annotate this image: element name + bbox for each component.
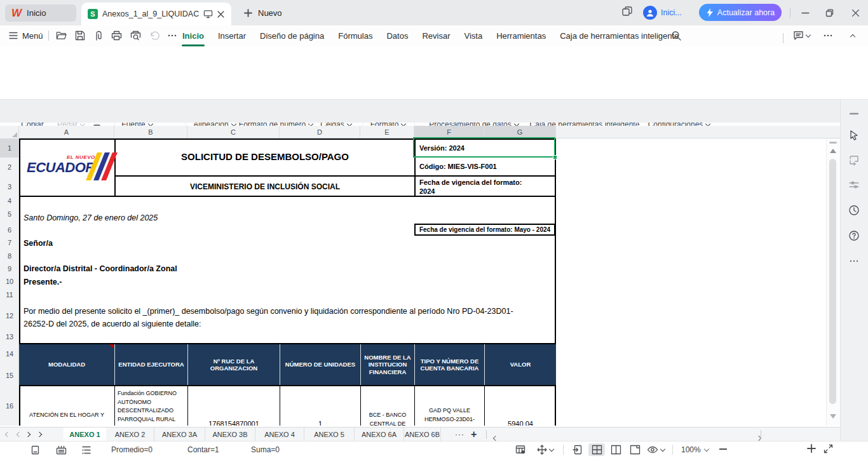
main-menu-button[interactable]: Menú (9, 25, 43, 46)
next-sheet-icon[interactable] (27, 432, 32, 437)
table-cell-cuenta[interactable]: GAD PQ VALLE HERMOSO-23D01- (414, 386, 484, 426)
row-header-16[interactable]: 16 (0, 386, 19, 426)
table-cell-modalidad[interactable]: ATENCIÓN EN EL HOGAR Y (19, 386, 114, 426)
window-switcher-icon[interactable] (621, 6, 633, 17)
monitor-icon[interactable] (203, 10, 213, 18)
view-split-icon[interactable] (607, 443, 624, 456)
menu-item-1[interactable]: Insertar (211, 26, 253, 46)
column-header-F[interactable]: F (414, 126, 484, 138)
minimize-button[interactable] (796, 3, 815, 22)
table-cell-valor[interactable]: 5940.04 (484, 386, 556, 426)
last-sheet-icon[interactable] (38, 432, 43, 437)
menu-item-8[interactable]: Caja de herramientas inteligente (553, 26, 686, 46)
table-cell-unidades[interactable]: 1 (280, 386, 360, 426)
cell-mode-icon[interactable] (31, 445, 40, 455)
reading-mode-button[interactable] (647, 443, 665, 456)
table-cell-entidad[interactable]: Fundación GOBIERNO AUTÓNOMO DESCENTRALIZ… (114, 386, 187, 426)
row-header-5[interactable]: 5 (0, 205, 19, 224)
restore-button[interactable] (820, 3, 839, 22)
zoom-level-button[interactable]: 100% (681, 443, 709, 456)
fill-handle[interactable] (553, 155, 557, 159)
save-icon[interactable] (75, 30, 85, 41)
add-sheet-button[interactable]: + (471, 429, 477, 440)
sheet-tab-7[interactable]: ANEXO 6B (404, 428, 441, 441)
row-header-4[interactable]: 4 (0, 197, 19, 205)
column-header-G[interactable]: G (484, 126, 556, 138)
menu-item-5[interactable]: Revisar (415, 26, 457, 46)
view-page-break-icon[interactable] (627, 443, 643, 456)
zoom-out-icon[interactable] (719, 448, 727, 450)
sheet-tab-1[interactable]: ANEXO 2 (106, 428, 154, 441)
row-header-10[interactable]: 10 (0, 275, 19, 288)
column-header-B[interactable]: B (114, 126, 187, 138)
table-cell-institucion[interactable]: BCE - BANCO CENTRAL DE (360, 386, 414, 426)
account-button[interactable]: Inici... (643, 6, 685, 20)
hscroll-left-icon[interactable] (492, 436, 497, 441)
sheet-tab-3[interactable]: ANEXO 3B (205, 428, 255, 441)
cursor-select-icon[interactable] (847, 128, 861, 142)
column-header-A[interactable]: A (19, 126, 114, 138)
view-normal-icon[interactable] (569, 443, 586, 456)
menu-item-7[interactable]: Herramientas (489, 26, 553, 46)
pan-mode-button[interactable] (537, 443, 554, 456)
table-tools-icon[interactable] (512, 443, 529, 456)
close-document-icon[interactable] (217, 11, 224, 18)
scroll-down-icon[interactable] (830, 414, 836, 419)
open-icon[interactable] (56, 30, 67, 41)
column-header-D[interactable]: D (280, 126, 360, 138)
document-tab[interactable]: S Anexos_1_al_9_LIQUIDACIONE (81, 3, 231, 25)
loop-region-icon[interactable] (847, 153, 861, 167)
home-tab-button[interactable]: W Inicio (5, 4, 76, 22)
undo-icon[interactable] (149, 31, 159, 41)
prev-sheet-icon[interactable] (15, 432, 20, 437)
row-header-11[interactable]: 11 (0, 288, 19, 302)
more-menu-icon[interactable] (824, 25, 832, 46)
print-preview-icon[interactable] (130, 30, 141, 41)
help-icon[interactable] (847, 229, 861, 243)
view-page-layout-icon[interactable] (588, 443, 605, 456)
history-icon[interactable] (847, 203, 861, 217)
outline-icon[interactable] (81, 445, 92, 455)
row-header-7[interactable]: 7 (0, 236, 19, 250)
update-now-button[interactable]: Actualizar ahora (699, 4, 782, 21)
row-header-3[interactable]: 3 (0, 177, 19, 197)
row-header-8[interactable]: 8 (0, 250, 19, 262)
row-header-15[interactable]: 15 (0, 365, 19, 386)
menu-item-4[interactable]: Datos (379, 26, 415, 46)
search-button[interactable] (671, 25, 682, 46)
collapse-ribbon-icon[interactable] (850, 25, 855, 46)
sheet-tab-4[interactable]: ANEXO 4 (255, 428, 304, 441)
export-icon[interactable] (93, 30, 103, 41)
close-window-button[interactable] (846, 3, 865, 22)
split-handle[interactable] (829, 142, 837, 144)
select-all-corner[interactable] (0, 126, 19, 138)
new-tab-button[interactable]: Nuevo (239, 4, 287, 22)
panel-collapse-icon[interactable] (847, 107, 861, 121)
column-header-E[interactable]: E (360, 126, 414, 138)
row-header-12[interactable]: 12 (0, 302, 19, 330)
panel-more-icon[interactable] (847, 254, 861, 268)
row-header-2[interactable]: 2 (0, 158, 19, 177)
row-header-1[interactable]: 1 (0, 138, 19, 158)
more-sheets-button[interactable]: ··· (455, 430, 465, 439)
sheet-tab-2[interactable]: ANEXO 3A (154, 428, 205, 441)
print-icon[interactable] (111, 30, 122, 41)
column-header-C[interactable]: C (187, 126, 280, 138)
adjust-settings-icon[interactable] (847, 178, 861, 192)
sheet-tab-0[interactable]: ANEXO 1 (64, 428, 106, 441)
row-header-14[interactable]: 14 (0, 343, 19, 365)
menu-item-6[interactable]: Vista (457, 26, 489, 46)
row-header-9[interactable]: 9 (0, 262, 19, 275)
sheet-tab-6[interactable]: ANEXO 6A (355, 428, 404, 441)
zoom-in-icon[interactable] (807, 444, 816, 453)
menu-item-0[interactable]: Inicio (175, 26, 211, 46)
sheet-tab-5[interactable]: ANEXO 5 (304, 428, 355, 441)
table-cell-ruc[interactable]: 1768154870001 (187, 386, 280, 426)
macro-record-icon[interactable] (56, 445, 67, 455)
row-header-6[interactable]: 6 (0, 224, 19, 236)
first-sheet-icon[interactable] (4, 432, 9, 437)
row-header-13[interactable]: 13 (0, 330, 19, 343)
vertical-scroll-thumb[interactable] (829, 159, 836, 404)
comments-button[interactable] (793, 25, 811, 46)
fullscreen-icon[interactable] (824, 444, 833, 454)
